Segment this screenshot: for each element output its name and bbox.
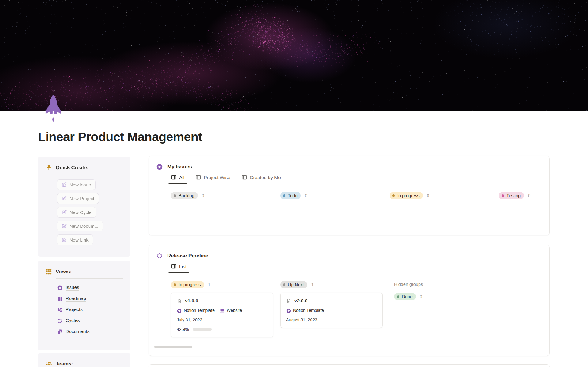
group-header-chip[interactable]: Done — [394, 293, 416, 300]
notion-template-link[interactable]: Notion Template — [177, 308, 215, 313]
map-icon — [57, 296, 63, 302]
group-count: 1 — [208, 282, 211, 287]
release-item-title: v2.0.0 — [294, 298, 307, 304]
group-header-chip[interactable]: Backlog — [171, 192, 198, 199]
next-section-card — [149, 364, 550, 367]
button-label: New Cycle — [70, 210, 92, 215]
page-icon — [286, 298, 291, 304]
group-header-chip[interactable]: Todo — [280, 192, 301, 199]
new-cycle-button[interactable]: New Cycle — [57, 207, 96, 218]
group-count: 0 — [202, 193, 204, 198]
notion-template-link[interactable]: Notion Template — [286, 308, 324, 313]
new-link-button[interactable]: New Link — [57, 234, 93, 245]
teams-panel: Teams: — [38, 353, 130, 367]
my-issues-title: My Issues — [167, 164, 192, 170]
tab-project-wise[interactable]: Project Wise — [195, 174, 230, 184]
release-card-v1[interactable]: v1.0.0 Notion Template Website — [171, 293, 273, 337]
sidebar-item-cycles[interactable]: Cycles — [57, 318, 130, 324]
views-title: Views: — [56, 269, 72, 275]
group-label: Done — [402, 294, 413, 299]
quick-create-panel: Quick Create: New Issue New Project New … — [38, 157, 130, 257]
group-testing: Testing 0 — [499, 192, 588, 199]
board-columns-icon — [171, 264, 177, 269]
status-dot — [174, 194, 176, 197]
release-card-v2[interactable]: v2.0.0 Notion Template August 31, 2023 — [280, 293, 383, 328]
status-dot — [397, 295, 399, 298]
tab-all[interactable]: All — [171, 174, 184, 184]
page-icon — [177, 298, 182, 304]
group-label: In progress — [397, 193, 420, 198]
hidden-groups-toggle[interactable]: Hidden groups — [394, 282, 503, 287]
group-header-chip[interactable]: Testing — [499, 192, 524, 199]
board-column-up-next: Up Next 1 v2.0.0 Notion Template — [280, 281, 390, 337]
sidebar-item-documents[interactable]: Documents — [57, 329, 130, 335]
group-label: Up Next — [288, 282, 304, 287]
notion-page: Linear Product Management Quick Create: … — [0, 0, 588, 367]
group-label: Todo — [288, 193, 297, 198]
edit-icon — [62, 182, 67, 187]
starfield-nebula — [0, 0, 588, 111]
group-count: 0 — [528, 193, 530, 198]
star-circle-icon — [286, 308, 291, 313]
view-link-label: Documents — [66, 329, 89, 335]
progress-bar — [193, 328, 212, 331]
view-link-label: Cycles — [66, 318, 80, 324]
my-issues-tab-bar: All Project Wise Created by Me — [171, 174, 542, 184]
release-pipeline-title: Release Pipeline — [167, 253, 208, 259]
laptop-icon — [220, 308, 225, 313]
sidebar-item-projects[interactable]: Projects — [57, 307, 130, 313]
star-circle-icon — [177, 308, 182, 313]
edit-icon — [62, 223, 67, 229]
view-link-label: Projects — [66, 307, 83, 313]
group-header-chip[interactable]: In progress — [171, 281, 204, 288]
release-tab-bar: List — [171, 264, 542, 273]
donut-circle-icon — [57, 285, 63, 291]
horizontal-scrollbar-thumb[interactable] — [154, 346, 192, 348]
tab-list[interactable]: List — [171, 264, 187, 273]
group-in-progress: In progress 0 — [390, 192, 499, 199]
link-label: Website — [227, 308, 242, 313]
grid-icon — [45, 268, 52, 275]
group-count: 0 — [305, 193, 307, 198]
group-label: In progress — [179, 282, 201, 287]
new-project-button[interactable]: New Project — [57, 193, 99, 204]
edit-icon — [62, 196, 67, 201]
group-backlog: Backlog 0 — [171, 192, 280, 199]
board-column-hidden: Hidden groups Done 0 — [390, 281, 503, 337]
tab-label: Created by Me — [250, 175, 281, 180]
board-column-in-progress: In progress 1 v1.0.0 Notion Template — [171, 281, 280, 337]
status-dot — [502, 194, 504, 197]
sidebar-item-issues[interactable]: Issues — [57, 285, 130, 291]
status-dot — [392, 194, 395, 197]
status-dot — [174, 283, 176, 286]
group-label: Backlog — [179, 193, 194, 198]
sidebar-item-roadmap[interactable]: Roadmap — [57, 296, 130, 302]
rocket-icon[interactable] — [43, 95, 63, 124]
dashed-circle-icon — [57, 318, 63, 324]
page-title[interactable]: Linear Product Management — [38, 130, 202, 144]
my-issues-card: My Issues All Project Wise Created by Me — [149, 156, 550, 235]
board-columns-icon — [195, 174, 201, 180]
release-item-title: v1.0.0 — [185, 298, 198, 304]
link-label: Notion Template — [293, 308, 324, 313]
people-icon — [45, 360, 52, 367]
edit-icon — [62, 210, 67, 215]
button-label: New Project — [70, 196, 94, 201]
pushpin-icon — [45, 164, 52, 171]
tab-created-by-me[interactable]: Created by Me — [241, 174, 281, 184]
view-link-label: Issues — [66, 285, 79, 291]
view-link-label: Roadmap — [66, 296, 86, 302]
views-panel: Views: Issues Roadmap Projects Cycles — [38, 261, 130, 350]
group-count: 0 — [420, 294, 422, 299]
group-count: 1 — [311, 282, 314, 287]
new-document-button[interactable]: New Docum... — [57, 221, 103, 231]
shapes-icon — [57, 307, 63, 313]
group-header-chip[interactable]: In progress — [390, 192, 423, 199]
new-issue-button[interactable]: New Issue — [57, 179, 96, 190]
button-label: New Docum... — [70, 223, 98, 229]
tab-label: All — [179, 175, 184, 180]
release-pipeline-card: Release Pipeline List In progress — [149, 245, 550, 356]
group-header-chip[interactable]: Up Next — [280, 281, 307, 288]
website-link[interactable]: Website — [220, 308, 242, 313]
progress-row: 42.9% — [177, 327, 267, 332]
